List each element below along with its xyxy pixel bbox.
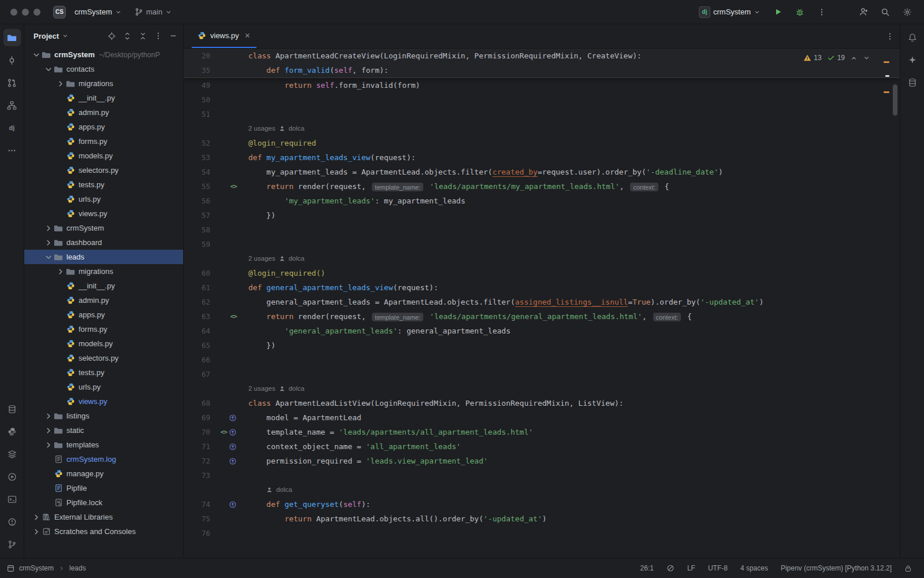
tree-item-listings[interactable]: listings [24,409,183,423]
chevron-down-icon[interactable] [43,65,53,74]
hide-panel-button[interactable] [169,32,177,40]
chevron-right-icon[interactable] [43,238,53,247]
tree-item-selectors-py[interactable]: selectors.py [24,351,183,365]
error-stripe-mark[interactable] [884,91,889,93]
tree-item-views-py[interactable]: views.py [24,206,183,221]
database-tool-button[interactable] [3,401,21,418]
tree-item-pipfile[interactable]: Pipfile [24,481,183,495]
tree-item-leads[interactable]: leads [24,250,183,264]
tree-item-models-py[interactable]: models.py [24,336,183,351]
author-hint[interactable]: dolca [276,483,292,497]
tree-item-contacts[interactable]: contacts [24,62,183,76]
line-number[interactable]: 50 [184,92,210,107]
code-line[interactable]: 'general_apartment_leads': general_apart… [243,324,900,338]
html-tag-icon[interactable]: <> [230,313,237,320]
line-number[interactable]: 53 [184,150,210,165]
code-area[interactable]: 49 return self.form_invalid(form)50512 u… [184,78,900,540]
tree-item-templates[interactable]: templates [24,438,183,452]
override-icon[interactable] [229,414,237,422]
code-line[interactable]: }) [243,338,900,353]
line-number[interactable]: 56 [184,194,210,208]
tree-item-init-py[interactable]: __init__.py [24,91,183,105]
highlighting-level-button[interactable] [661,562,680,574]
packages-tool-button[interactable] [3,446,21,463]
line-number[interactable]: 52 [184,136,210,150]
line-number[interactable]: 57 [184,208,210,223]
tree-item-models-py[interactable]: models.py [24,149,183,163]
code-line[interactable] [243,92,900,107]
indent-style[interactable]: 4 spaces [735,562,773,574]
ai-assistant-button[interactable] [904,51,921,69]
tree-item-admin-py[interactable]: admin.py [24,293,183,307]
tree-item-migrations[interactable]: migrations [24,264,183,279]
error-stripe-mark[interactable] [884,61,889,63]
run-config-selector[interactable]: dj crmSystem [695,4,765,20]
chevron-right-icon[interactable] [31,527,41,536]
editor-scrollbar[interactable] [893,84,897,116]
code-line[interactable]: def get_queryset(self): [243,497,900,512]
code-line[interactable]: return render(request, template_name: 'l… [243,309,900,324]
line-number[interactable]: 20 [184,49,210,63]
chevron-right-icon[interactable] [55,79,65,88]
line-number[interactable]: 62 [184,295,210,309]
branch-selector[interactable]: main [131,5,176,18]
next-problem-button[interactable] [863,54,870,62]
python-packages-tool-button[interactable] [3,423,21,440]
python-interpreter[interactable]: Pipenv (crmSystem) [Python 3.12.2] [776,562,897,574]
line-number[interactable]: 61 [184,280,210,295]
tree-item-apps-py[interactable]: apps.py [24,120,183,134]
line-number[interactable]: 70 [184,425,210,439]
html-tag-icon[interactable]: <> [230,183,237,190]
author-hint[interactable]: dolca [289,381,305,396]
run-button[interactable] [769,3,787,21]
previous-problem-button[interactable] [850,54,858,62]
line-number[interactable]: 73 [184,468,210,483]
line-number[interactable]: 63 [184,309,210,324]
chevron-down-icon[interactable] [62,32,69,39]
breadcrumb-folder[interactable]: leads [68,562,87,574]
code-line[interactable]: general_apartment_leads = ApartmentLead.… [243,295,900,309]
code-line[interactable]: def general_apartment_leads_view(request… [243,280,900,295]
line-number[interactable]: 71 [184,439,210,454]
code-line[interactable]: }) [243,208,900,223]
code-with-me-button[interactable] [855,3,872,21]
select-opened-file-button[interactable] [107,32,116,40]
chevron-right-icon[interactable] [43,224,53,233]
close-window-button[interactable] [10,9,17,16]
line-number[interactable]: 66 [184,353,210,367]
editor-body[interactable]: 20class ApartmentLeadCreateView(LoginReq… [184,49,900,558]
code-line[interactable]: @login_required [243,136,900,150]
override-icon[interactable] [229,428,237,436]
debug-button[interactable] [791,3,808,21]
version-control-tool-button[interactable] [3,536,21,553]
html-tag-icon[interactable]: <> [221,428,227,436]
tree-item-urls-py[interactable]: urls.py [24,380,183,394]
tree-item-tests-py[interactable]: tests.py [24,365,183,380]
code-line[interactable]: def my_apartment_leads_view(request): [243,150,900,165]
code-line[interactable] [243,353,900,367]
tree-item-init-py[interactable]: __init__.py [24,279,183,293]
terminal-tool-button[interactable] [3,491,21,508]
line-number[interactable]: 54 [184,165,210,179]
author-hint[interactable]: dolca [289,121,305,136]
services-tool-button[interactable] [3,468,21,486]
django-structure-tool-button[interactable]: dj [3,119,21,136]
chevron-right-icon[interactable] [43,412,53,421]
code-line[interactable] [243,223,900,237]
line-number[interactable]: 64 [184,324,210,338]
commit-tool-button[interactable] [3,51,21,69]
more-actions-button[interactable] [813,3,830,21]
tree-item-pipfile-lock[interactable]: Pipfile.lock [24,495,183,510]
notifications-button[interactable] [904,29,921,46]
code-line[interactable] [243,237,900,251]
override-icon[interactable] [229,501,237,509]
code-line[interactable]: my_apartment_leads = ApartmentLead.objec… [243,165,900,179]
line-number[interactable]: 74 [184,497,210,512]
minimize-window-button[interactable] [22,9,29,16]
code-line[interactable]: dolca [243,483,900,497]
code-line[interactable]: 2 usagesdolca [243,381,900,396]
tree-item-views-py[interactable]: views.py [24,394,183,409]
tree-item-crmsystem-log[interactable]: crmSystem.log [24,452,183,466]
code-line[interactable]: permission_required = 'leads.view_apartm… [243,454,900,468]
line-number[interactable]: 49 [184,78,210,92]
